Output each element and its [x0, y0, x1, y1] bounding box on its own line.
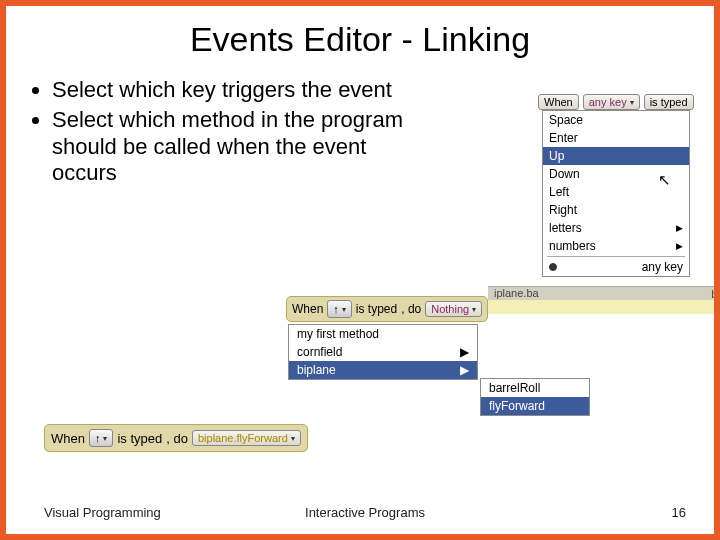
- method-tile[interactable]: biplane.flyForward▾: [192, 430, 301, 446]
- menu-item-myfirst[interactable]: my first method: [289, 325, 477, 343]
- key-dropdown[interactable]: any key▾: [583, 94, 640, 110]
- when-tile[interactable]: When: [538, 94, 579, 110]
- menu-item-enter[interactable]: Enter: [543, 129, 689, 147]
- chevron-right-icon: ▶: [676, 241, 683, 251]
- chevron-down-icon: ▾: [630, 98, 634, 107]
- chevron-right-icon: ▶: [460, 345, 469, 359]
- key-tile[interactable]: ↑▾: [89, 429, 114, 447]
- page-number: 16: [672, 505, 686, 520]
- up-arrow-icon: ↑: [95, 432, 101, 444]
- key-tile[interactable]: ↑▾: [327, 300, 352, 318]
- chevron-right-icon: ▶: [676, 223, 683, 233]
- menu-item-right[interactable]: Right: [543, 201, 689, 219]
- footer-center: Interactive Programs: [305, 505, 425, 520]
- figure-final-event: When ↑▾ is typed, do biplane.flyForward▾: [44, 424, 308, 452]
- figure-method-menu: When ↑▾ is typed, do Nothing▾ my first m…: [286, 296, 706, 380]
- chevron-down-icon: ▾: [342, 305, 346, 314]
- event-row-final[interactable]: When ↑▾ is typed, do biplane.flyForward▾: [44, 424, 308, 452]
- bullet-item: Select which method in the program shoul…: [52, 107, 417, 186]
- menu-item-anykey[interactable]: any key: [543, 258, 689, 276]
- cursor-icon: ↖: [658, 171, 671, 189]
- menu-item-up[interactable]: Up: [543, 147, 689, 165]
- event-row[interactable]: When ↑▾ is typed, do Nothing▾: [286, 296, 488, 322]
- chevron-down-icon: ▾: [472, 305, 476, 314]
- menu-item-numbers[interactable]: numbers▶: [543, 237, 689, 255]
- footer: Visual Programming Interactive Programs …: [44, 505, 686, 520]
- bullet-list: Select which key triggers the event Sele…: [40, 77, 417, 191]
- menu-item-letters[interactable]: letters▶: [543, 219, 689, 237]
- bullet-item: Select which key triggers the event: [52, 77, 417, 103]
- page-title: Events Editor - Linking: [6, 20, 714, 59]
- submenu-barrelroll[interactable]: barrelRoll: [481, 379, 589, 397]
- radio-icon: [549, 263, 557, 271]
- figure-key-menu: When any key▾ is typed Space Enter Up Do…: [494, 94, 714, 277]
- key-options-menu[interactable]: Space Enter Up Down Left Right letters▶ …: [542, 110, 690, 277]
- nothing-dropdown[interactable]: Nothing▾: [425, 301, 482, 317]
- footer-left: Visual Programming: [44, 505, 161, 520]
- up-arrow-icon: ↑: [333, 303, 339, 315]
- biplane-submenu[interactable]: barrelRoll flyForward: [480, 378, 590, 416]
- is-typed-tile: is typed: [644, 94, 694, 110]
- chevron-down-icon: ▾: [103, 434, 107, 443]
- chevron-right-icon: ▶: [460, 363, 469, 377]
- menu-item-biplane[interactable]: biplane▶: [289, 361, 477, 379]
- menu-item-cornfield[interactable]: cornfield▶: [289, 343, 477, 361]
- method-menu[interactable]: my first method cornfield▶ biplane▶: [288, 324, 478, 380]
- chevron-down-icon: ▾: [291, 434, 295, 443]
- submenu-flyforward[interactable]: flyForward: [481, 397, 589, 415]
- menu-item-space[interactable]: Space: [543, 111, 689, 129]
